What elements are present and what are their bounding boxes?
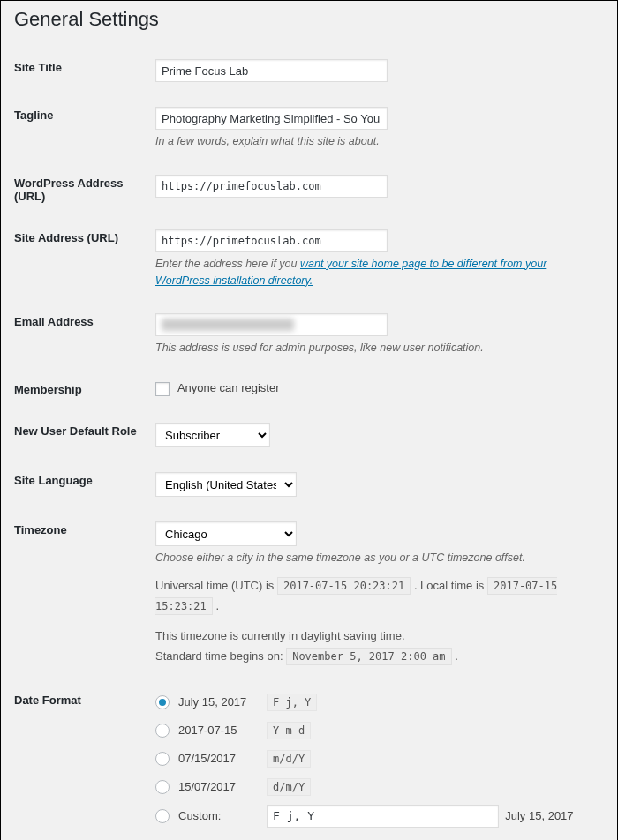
- date-format-option-label: 15/07/2017: [178, 780, 267, 793]
- membership-checkbox[interactable]: [155, 382, 170, 396]
- date-format-custom-row: Custom: July 15, 2017: [155, 805, 595, 828]
- date-format-custom-preview: July 15, 2017: [505, 809, 573, 822]
- email-desc: This address is used for admin purposes,…: [155, 340, 595, 356]
- date-format-option-code: Y-m-d: [267, 722, 311, 739]
- tagline-desc: In a few words, explain what this site i…: [155, 133, 595, 150]
- email-input[interactable]: [155, 313, 388, 336]
- general-settings-page: General Settings Site Title Tagline In a…: [0, 0, 618, 840]
- label-timezone: Timezone: [14, 509, 155, 679]
- site-url-desc: Enter the address here if you want your …: [155, 256, 595, 289]
- label-email: Email Address: [14, 301, 155, 369]
- date-format-option-row: July 15, 2017F j, Y: [155, 692, 595, 713]
- site-lang-select[interactable]: English (United States): [155, 472, 297, 497]
- date-format-option-radio[interactable]: [155, 695, 170, 709]
- date-format-option-row: 2017-07-15Y-m-d: [155, 720, 595, 741]
- date-format-option-row: 07/15/2017m/d/Y: [155, 748, 595, 769]
- label-membership: Membership: [14, 369, 155, 410]
- date-format-option-code: d/m/Y: [267, 778, 311, 796]
- date-format-custom-input[interactable]: [267, 805, 499, 828]
- timezone-utc-info: Universal time (UTC) is 2017-07-15 20:23…: [155, 575, 595, 617]
- date-format-option-code: F j, Y: [267, 694, 317, 711]
- label-site-title: Site Title: [14, 47, 155, 94]
- date-format-custom-radio[interactable]: [155, 809, 170, 823]
- label-date-format: Date Format: [14, 679, 155, 840]
- date-format-option-radio[interactable]: [155, 780, 170, 794]
- label-tagline: Tagline: [14, 94, 155, 162]
- default-role-select[interactable]: Subscriber: [155, 423, 270, 447]
- tagline-input[interactable]: [155, 107, 388, 130]
- label-default-role: New User Default Role: [14, 410, 155, 460]
- date-format-option-radio[interactable]: [155, 752, 170, 766]
- wp-url-input[interactable]: [155, 175, 388, 198]
- label-site-lang: Site Language: [14, 460, 155, 509]
- site-title-input[interactable]: [155, 59, 388, 82]
- date-format-option-label: 2017-07-15: [178, 724, 267, 737]
- membership-checkbox-label[interactable]: Anyone can register: [155, 381, 280, 394]
- timezone-dst-info: This timezone is currently in daylight s…: [155, 626, 595, 667]
- settings-form: Site Title Tagline In a few words, expla…: [14, 47, 604, 840]
- timezone-desc: Choose either a city in the same timezon…: [155, 550, 595, 566]
- date-format-option-label: July 15, 2017: [178, 695, 267, 709]
- site-url-input[interactable]: [155, 229, 388, 252]
- label-wp-url: WordPress Address (URL): [14, 162, 155, 217]
- page-title: General Settings: [14, 8, 604, 31]
- date-format-option-radio[interactable]: [155, 724, 170, 738]
- date-format-option-label: 07/15/2017: [178, 752, 267, 765]
- label-site-url: Site Address (URL): [14, 217, 155, 302]
- date-format-option-code: m/d/Y: [267, 750, 311, 768]
- timezone-select[interactable]: Chicago: [155, 521, 297, 546]
- date-format-option-row: 15/07/2017d/m/Y: [155, 776, 595, 798]
